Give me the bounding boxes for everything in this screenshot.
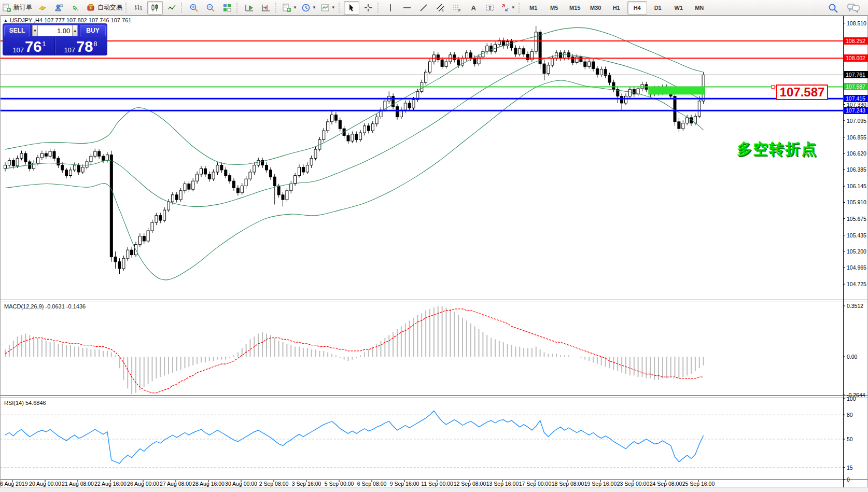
svg-text:F: F (458, 8, 460, 12)
price-tick-label: 106.385 (847, 166, 866, 173)
new-chart-button[interactable]: ▼ (281, 1, 299, 15)
ohlc-values: 107.777 107.802 107.746 107.761 (44, 17, 131, 23)
sell-price[interactable]: 107761 (4, 38, 55, 54)
zoom-out-button[interactable] (203, 1, 218, 15)
buy-price-pips: 78 (76, 39, 93, 54)
channel-icon: E (436, 3, 445, 12)
draw-text-button[interactable]: A (466, 1, 481, 15)
draw-trendline-button[interactable] (416, 1, 431, 15)
tf-m5-button[interactable]: M5 (544, 1, 564, 15)
line-chart-mode-button[interactable] (164, 1, 179, 15)
time-tick-label: 27 Aug 08:00 (160, 481, 192, 487)
time-tick-label: 28 Aug 16:00 (192, 481, 225, 487)
templates-button[interactable]: ▼ (319, 1, 337, 15)
svg-text:T: T (488, 5, 492, 11)
tf-m30-button[interactable]: M30 (586, 1, 606, 15)
rsi-line (5, 411, 704, 463)
collapse-arrow-icon[interactable]: ▲ (4, 18, 8, 23)
volume-input[interactable] (38, 25, 73, 36)
candles-icon (150, 3, 160, 12)
tf-h4-button[interactable]: H4 (627, 1, 647, 15)
rsi-tick-label: 0 (847, 476, 850, 483)
buy-price[interactable]: 107788 (55, 38, 106, 54)
chart-canvas[interactable] (0, 16, 868, 492)
dropdown-arrow-icon[interactable]: ▼ (293, 5, 297, 10)
time-tick-label: 20 Aug 00:00 (29, 481, 61, 487)
time-tick-label: 2 Sep 08:00 (259, 481, 289, 487)
time-tick-label: 3 Sep 16:00 (292, 481, 321, 487)
auto-trading-button[interactable]: 自动交易 (85, 1, 124, 15)
draw-channel-button[interactable]: E (432, 1, 448, 15)
tf-m1-button[interactable]: M1 (524, 1, 543, 15)
text-a-icon: A (469, 3, 478, 12)
draw-fibonacci-button[interactable]: F (449, 1, 465, 15)
price-tick-label: 107.095 (847, 118, 866, 124)
one-click-trading-panel: SELL ▼ ▲ BUY 107761 107788 (3, 23, 107, 55)
tf-d1-button[interactable]: D1 (648, 1, 668, 15)
profile-button[interactable] (51, 1, 67, 15)
dropdown-arrow-icon[interactable]: ▼ (511, 5, 515, 10)
sell-button[interactable]: SELL (4, 25, 30, 36)
tf-m15-button[interactable]: M15 (565, 1, 585, 15)
chart-header: ▲USDJPY-,H4 107.777 107.802 107.746 107.… (4, 17, 131, 23)
candlestick-mode-button[interactable] (147, 1, 163, 15)
signal-icon (71, 3, 80, 12)
rsi-indicator-label: RSI(14) 54.6846 (4, 400, 46, 406)
trendline-icon (419, 3, 428, 12)
zoom-in-button[interactable] (186, 1, 202, 15)
buy-price-figure: 107 (64, 47, 75, 53)
toolbar-separator (519, 3, 522, 13)
rsi-tick-label: 50 (847, 436, 853, 442)
price-tick-label: 105.200 (847, 248, 866, 255)
dropdown-arrow-icon[interactable]: ▼ (331, 5, 335, 10)
volume-down-button[interactable]: ▼ (32, 25, 38, 36)
tile-windows-button[interactable] (219, 1, 235, 15)
macd-signal-line (5, 309, 704, 393)
draw-horizontal-line-button[interactable] (399, 1, 415, 15)
hline-icon (402, 3, 412, 12)
new-order-icon (2, 3, 11, 12)
price-tick-label: 106.855 (847, 134, 866, 140)
crosshair-button[interactable] (360, 1, 376, 15)
new-order-button-label: 新订单 (13, 3, 32, 12)
search-icon[interactable] (825, 2, 841, 15)
chart-annotation-text[interactable]: 多空转折点 (737, 139, 817, 160)
dropdown-arrow-icon[interactable]: ▼ (312, 5, 316, 10)
periods-button[interactable]: ▼ (300, 1, 318, 15)
tf-h1-button[interactable]: H1 (607, 1, 626, 15)
draw-vertical-line-button[interactable] (383, 1, 398, 15)
draw-text-label-button[interactable]: T (482, 1, 498, 15)
new-order-button[interactable]: 新订单 (1, 1, 34, 15)
signals-button[interactable] (68, 1, 83, 15)
buy-button[interactable]: BUY (80, 25, 106, 36)
tf-mn-button[interactable]: MN (690, 1, 709, 15)
price-callout-label[interactable]: 107.587 (776, 85, 828, 100)
chat-icon[interactable] (845, 2, 862, 15)
template-icon (320, 3, 330, 12)
bar-chart-mode-button[interactable] (131, 1, 146, 15)
line-price-label: 107.587 (844, 83, 868, 90)
svg-text:E: E (442, 8, 444, 12)
chart-shift-button[interactable] (258, 1, 274, 15)
tf-w1-button[interactable]: W1 (669, 1, 689, 15)
sell-price-point: 1 (42, 40, 46, 47)
auto-trading-button-label: 自动交易 (97, 3, 122, 12)
time-tick-label: 22 Aug 16:00 (94, 481, 127, 487)
time-tick-label: 12 Sep 08:00 (454, 481, 486, 487)
auto-scroll-button[interactable] (242, 1, 257, 15)
green-zone-rectangle[interactable] (648, 87, 705, 94)
chart-window[interactable]: ▲USDJPY-,H4 107.777 107.802 107.746 107.… (0, 16, 868, 492)
cursor-button[interactable] (344, 1, 359, 15)
layouts-button[interactable] (35, 1, 50, 15)
price-tick-label: 105.435 (847, 232, 866, 238)
line-icon (167, 3, 176, 12)
zoom-out-icon (206, 3, 215, 12)
rsi-tick-label: 80 (847, 412, 853, 418)
buy-price-point: 8 (93, 40, 97, 47)
time-tick-label: 18 Sep 08:00 (552, 481, 584, 487)
profile-icon (54, 3, 64, 12)
time-tick-label: 16 Aug 2019 (0, 481, 27, 487)
volume-up-button[interactable]: ▲ (72, 25, 78, 36)
toolbar-separator (339, 3, 342, 13)
draw-arrows-button[interactable]: ▼ (499, 1, 517, 15)
